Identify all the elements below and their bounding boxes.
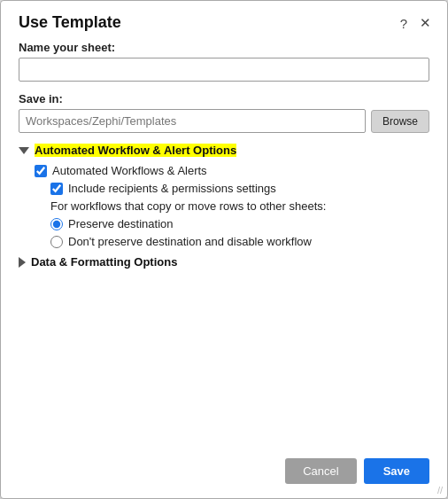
dialog-header: Use Template ? ✕ [1, 1, 447, 32]
automated-workflows-row: Automated Workflows & Alerts [35, 164, 429, 177]
dialog-title: Use Template [19, 13, 121, 32]
automated-workflows-checkbox[interactable] [35, 165, 47, 177]
dont-preserve-label: Don't preserve destination and disable w… [68, 235, 312, 248]
name-input[interactable] [19, 58, 429, 82]
data-section-header[interactable]: Data & Formatting Options [19, 255, 429, 269]
dialog-footer: Cancel Save [1, 448, 447, 498]
save-in-row: Browse [19, 109, 429, 133]
include-recipients-row: Include recipients & permissions setting… [50, 182, 429, 195]
browse-button[interactable]: Browse [371, 110, 429, 133]
use-template-dialog: Use Template ? ✕ Name your sheet: Save i… [0, 0, 448, 499]
workflow-section-header[interactable]: Automated Workflow & Alert Options [19, 144, 429, 157]
include-recipients-checkbox[interactable] [50, 183, 63, 195]
preserve-destination-radio[interactable] [50, 218, 63, 230]
dont-preserve-radio[interactable] [50, 236, 63, 248]
data-expand-icon [19, 257, 26, 268]
save-in-label: Save in: [19, 92, 429, 105]
dialog-body: Name your sheet: Save in: Browse Automat… [1, 32, 447, 448]
workflow-section-title: Automated Workflow & Alert Options [35, 144, 236, 157]
cancel-button[interactable]: Cancel [285, 458, 356, 484]
for-workflows-label: For workflows that copy or move rows to … [50, 199, 326, 213]
header-icons: ? ✕ [398, 15, 433, 31]
resize-handle: // [437, 485, 443, 495]
save-in-input[interactable] [19, 109, 366, 133]
close-button[interactable]: ✕ [418, 15, 433, 31]
preserve-destination-label: Preserve destination [68, 217, 174, 230]
save-button[interactable]: Save [364, 458, 429, 484]
data-section-title: Data & Formatting Options [31, 255, 177, 269]
for-workflows-text: For workflows that copy or move rows to … [50, 199, 429, 213]
name-field-label: Name your sheet: [19, 41, 429, 54]
include-recipients-label: Include recipients & permissions setting… [68, 182, 276, 195]
dont-preserve-row: Don't preserve destination and disable w… [50, 235, 429, 248]
help-button[interactable]: ? [398, 16, 409, 31]
workflow-expand-icon [19, 147, 29, 154]
automated-workflows-label: Automated Workflows & Alerts [52, 164, 207, 177]
preserve-destination-row: Preserve destination [50, 217, 429, 230]
